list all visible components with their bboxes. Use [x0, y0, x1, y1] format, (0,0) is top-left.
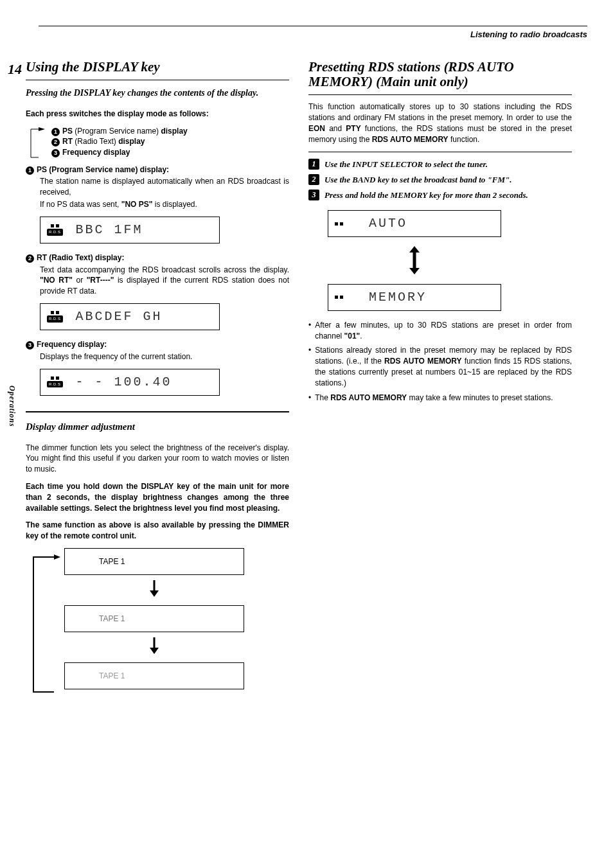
right-title: Presetting RDS stations (RDS AUTO MEMORY… — [308, 60, 572, 89]
side-tab: Operations — [6, 385, 17, 427]
mode-1: 1PS (Program Service name) display — [51, 126, 188, 137]
loop-bracket-icon — [26, 126, 49, 161]
dimmer-title: Display dimmer adjustment — [26, 420, 289, 434]
dim-lcd-2: TAPE 1 — [64, 605, 244, 632]
ri-d: PTY — [346, 124, 360, 133]
svg-marker-6 — [150, 648, 159, 654]
ri-f: RDS AUTO MEMORY — [372, 135, 449, 144]
right-column: Presetting RDS stations (RDS AUTO MEMORY… — [308, 60, 572, 689]
ri-c: and — [325, 124, 346, 133]
ps-body2: If no PS data was sent, "NO PS" is displ… — [40, 199, 289, 210]
breadcrumb-text: Listening to radio broadcasts — [470, 30, 587, 39]
step-2-num-icon: 2 — [308, 174, 319, 185]
svg-marker-9 — [409, 268, 420, 274]
circ-3b-icon: 3 — [26, 341, 34, 350]
bullet-dot-icon-2: • — [308, 345, 311, 388]
ri-g: function. — [449, 135, 480, 144]
rule — [26, 80, 289, 80]
header-breadcrumb: Listening to radio broadcasts — [0, 29, 587, 40]
bullet-list: •After a few minutes, up to 30 RDS stati… — [308, 320, 572, 403]
right-intro: This function automatically stores up to… — [308, 102, 572, 145]
bullet-dot-icon: • — [308, 320, 311, 342]
dim-lcd-1: TAPE 1 — [64, 548, 244, 575]
m1-label: PS — [62, 127, 73, 136]
b1b: "01" — [344, 332, 360, 341]
step-3-num-icon: 3 — [308, 190, 319, 200]
ri-b: EON — [308, 124, 325, 133]
b3c: may take a few minutes to preset station… — [407, 393, 553, 402]
b1c: . — [360, 332, 362, 341]
rt-bb: "NO RT" — [40, 276, 73, 285]
lcd-indicator: R.D.S — [47, 224, 63, 235]
dimmer-flow: TAPE 1 TAPE 1 TAPE 1 — [26, 548, 289, 689]
rt-heading-row: 2RT (Radio Text) display: — [26, 252, 289, 263]
svg-marker-0 — [39, 127, 45, 131]
lcd-indicator-3: R.D.S — [47, 376, 63, 387]
bullet-1: •After a few minutes, up to 30 RDS stati… — [308, 320, 572, 342]
ps-b2b: "NO PS" — [121, 200, 153, 209]
step-2: 2Use the BAND key to set the broadcast b… — [308, 174, 572, 186]
rds-badge-2: R.D.S — [47, 315, 63, 322]
m3-label: Frequency display — [62, 148, 130, 157]
svg-marker-2 — [54, 623, 60, 629]
freq-lcd: R.D.S - - 100.40 — [40, 369, 220, 396]
switch-intro: Each press switches the display mode as … — [26, 109, 289, 120]
header-rule — [39, 26, 587, 26]
step-3-text: Press and hold the MEMORY key for more t… — [324, 190, 572, 201]
dots-r1-icon — [335, 222, 343, 226]
page-number: 14 — [8, 60, 22, 80]
auto-lcd: AUTO — [328, 210, 501, 237]
b3a: The — [315, 393, 330, 402]
m2-desc: (Radio Text) — [73, 137, 118, 146]
rds-badge-3: R.D.S — [47, 381, 63, 387]
dimmer-p1: The dimmer function lets you select the … — [26, 443, 289, 475]
step-3: 3Press and hold the MEMORY key for more … — [308, 190, 572, 201]
ps-lcd: R.D.S BBC 1FM — [40, 217, 220, 244]
ps-heading: PS (Program Service name) display: — [37, 165, 169, 174]
rt-bd: "RT----" — [87, 276, 114, 285]
mode-2: 2RT (Radio Text) display — [51, 136, 188, 147]
dim-lcd-3: TAPE 1 — [64, 662, 244, 689]
cycle-bracket-icon — [26, 552, 62, 700]
dots-icon-3 — [51, 376, 59, 380]
step-1-text: Use the INPUT SELECTOR to select the tun… — [324, 159, 572, 170]
dimmer-p3: The same function as above is also avail… — [26, 520, 289, 542]
circ-1-icon: 1 — [51, 128, 60, 136]
arrow-down-2-icon — [64, 636, 244, 659]
rule-3 — [308, 94, 572, 95]
freq-lcd-text: - - 100.40 — [76, 373, 172, 391]
mode-3: 3Frequency display — [51, 147, 188, 158]
circ-1b-icon: 1 — [26, 166, 34, 175]
m1-suffix: display — [161, 127, 187, 136]
rt-heading: RT (Radio Text) display: — [37, 253, 124, 262]
b2b: RDS AUTO MEMORY — [384, 357, 461, 366]
rt-bc: or — [73, 276, 87, 285]
rt-lcd-text: ABCDEF GH — [76, 308, 163, 326]
ri-a: This function automatically stores up to… — [308, 102, 572, 122]
dimmer-p2: Each time you hold down the DISPLAY key … — [26, 481, 289, 513]
rt-ba: Text data accompanying the RDS broadcast… — [40, 265, 289, 274]
m2-label: RT — [62, 137, 73, 146]
freq-heading: Frequency display: — [37, 340, 107, 349]
ps-b2a: If no PS data was sent, — [40, 200, 121, 209]
bullet-3: •The RDS AUTO MEMORY may take a few minu… — [308, 393, 572, 403]
rule-4 — [308, 152, 572, 152]
memory-lcd: MEMORY — [328, 284, 501, 311]
svg-marker-1 — [54, 554, 60, 560]
step-2-text: Use the BAND key to set the broadcast ba… — [324, 174, 572, 186]
circ-3-icon: 3 — [51, 149, 60, 157]
ps-heading-row: 1PS (Program Service name) display: — [26, 164, 289, 175]
left-subtitle: Pressing the DISPLAY key changes the con… — [26, 87, 289, 100]
memory-lcd-text: MEMORY — [369, 288, 427, 306]
bullet-2: •Stations already stored in the preset m… — [308, 345, 572, 388]
dim-lcd3-text: TAPE 1 — [99, 671, 125, 682]
step-1: 1Use the INPUT SELECTOR to select the tu… — [308, 159, 572, 170]
step-1-num-icon: 1 — [308, 159, 319, 170]
left-column: 14 Using the DISPLAY key Pressing the DI… — [26, 60, 289, 689]
freq-body: Displays the frequency of the current st… — [40, 351, 289, 362]
auto-lcd-text: AUTO — [369, 215, 407, 233]
ps-lcd-text: BBC 1FM — [76, 221, 143, 239]
rt-lcd: R.D.S ABCDEF GH — [40, 303, 220, 330]
dots-r2-icon — [335, 296, 343, 299]
dim-lcd2-text: TAPE 1 — [99, 614, 125, 624]
